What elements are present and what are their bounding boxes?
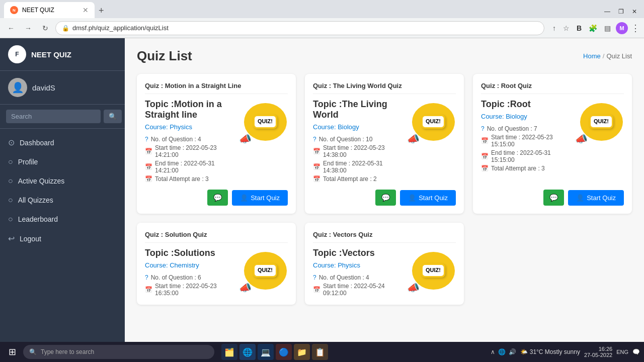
active-tab[interactable]: N NEET QUIZ ✕ [4, 2, 95, 18]
sidebar-item-all-quizzes[interactable]: ○ All Quizzes [0, 191, 125, 210]
calendar-icon-3a: 📅 [481, 137, 489, 144]
tray-time: 16:26 27-05-2022 [584, 346, 612, 358]
maximize-button[interactable]: ❐ [615, 7, 627, 16]
quiz-2-circle: QUIZ! 📣 [412, 103, 455, 141]
forward-button[interactable]: → [21, 21, 35, 35]
taskbar-app-file[interactable]: 📁 [294, 344, 310, 360]
sidebar-item-dashboard[interactable]: ⊙ Dashboard [0, 133, 125, 152]
browser-menu-button[interactable]: ⋮ [631, 23, 640, 34]
taskbar-apps: 🗂️ 🌐 💻 🔵 📁 📋 [221, 344, 328, 360]
breadcrumb-current: Quiz List [606, 52, 632, 60]
bookmark-button[interactable]: ☆ [561, 22, 572, 34]
quiz-3-badge: QUIZ! [589, 115, 613, 128]
quiz-2-questions: ? No. of Question : 10 [313, 136, 406, 143]
sidebar-search-button[interactable]: 🔍 [104, 110, 122, 123]
quiz-3-course-value: Biology [506, 113, 527, 120]
sidebar-navigation: ⊙ Dashboard ○ Profile ○ Active Quizzes ○… [0, 129, 125, 342]
quiz-3-start-button[interactable]: 👤 Start Quiz [568, 190, 624, 206]
tray-network-icon[interactable]: 🌐 [498, 348, 506, 355]
lock-icon: 🔒 [62, 25, 69, 32]
quiz-card-2-footer: 💬 👤 Start Quiz [313, 190, 456, 206]
sidebar-label-profile: Profile [18, 158, 38, 166]
leaderboard-icon: ○ [8, 215, 13, 224]
quiz-1-start-text: Start time : 2022-05-23 14:21:00 [155, 144, 237, 158]
url-bar[interactable]: 🔒 dmsf.ph/quiz_application/quizList [55, 21, 544, 35]
quiz-card-2: Quiz : The Living World Quiz Topic :The … [305, 74, 464, 214]
taskbar-app-vscode[interactable]: 💻 [258, 344, 274, 360]
taskbar-app-explorer[interactable]: 🗂️ [221, 344, 237, 360]
sidebar-item-logout[interactable]: ↩ Logout [0, 229, 125, 248]
sidebar-item-active-quizzes[interactable]: ○ Active Quizzes [0, 171, 125, 191]
tray-chevron-icon[interactable]: ∧ [491, 348, 495, 355]
quiz-5-questions-text: No. of Question : 4 [319, 274, 369, 281]
tab-favicon: N [10, 6, 18, 14]
quiz-label-5: QUIZ! [426, 267, 441, 274]
puzzle-icon[interactable]: 🧩 [587, 22, 599, 34]
quiz-1-badge: QUIZ! [253, 115, 277, 128]
quiz-3-start-text: Start time : 2022-05-23 15:15:00 [491, 134, 574, 148]
quiz-3-start-label: Start Quiz [587, 194, 616, 202]
quiz-1-start: 📅 Start time : 2022-05-23 14:21:00 [145, 144, 237, 158]
quiz-5-course-label: Course: [313, 261, 336, 269]
quiz-1-course-value: Physics [170, 123, 192, 131]
quiz-5-topic: Topic :Vectors [313, 248, 406, 258]
quiz-1-start-button[interactable]: 👤 Start Quiz [232, 190, 288, 206]
extension-button[interactable]: B [575, 22, 584, 34]
quiz-card-5-info: Topic :Vectors Course: Physics ? No. of … [313, 248, 406, 297]
taskbar-tray: ∧ 🌐 🔊 🌤️ 31°C Mostly sunny 16:26 27-05-2… [491, 346, 640, 358]
share-button[interactable]: ↑ [550, 22, 558, 34]
quiz-3-course-label: Course: [481, 113, 504, 120]
quiz-2-chat-button[interactable]: 💬 [375, 190, 396, 206]
calendar-icon-5a: 📅 [313, 286, 320, 293]
dashboard-icon: ⊙ [8, 138, 15, 147]
quiz-2-meta: ? No. of Question : 10 📅 Start time : 20… [313, 136, 406, 183]
taskbar-search-icon: 🔍 [29, 348, 37, 355]
quiz-1-topic: Topic :Motion in a Straight line [145, 99, 237, 120]
calendar-icon-1a: 📅 [145, 148, 152, 155]
quiz-4-questions: ? No. of Question : 6 [145, 274, 237, 281]
taskbar-search[interactable]: 🔍 Type here to search [23, 345, 214, 359]
quiz-2-course: Course: Biology [313, 123, 406, 131]
taskbar-app-edge[interactable]: 🌐 [239, 344, 256, 360]
quiz-1-chat-button[interactable]: 💬 [207, 190, 228, 206]
tab-close-button[interactable]: ✕ [83, 6, 89, 14]
quiz-4-start: 📅 Start time : 2022-05-23 16:35:00 [145, 283, 237, 297]
quiz-4-start-text: Start time : 2022-05-23 16:35:00 [155, 283, 237, 297]
quiz-3-chat-button[interactable]: 💬 [543, 190, 564, 206]
main-content: Quiz List Home / Quiz List Quiz : Motion… [125, 38, 644, 342]
start-button[interactable]: ⊞ [4, 344, 20, 360]
address-bar-actions: ↑ ☆ B 🧩 ▤ M ⋮ [550, 22, 640, 34]
quiz-2-start: 📅 Start time : 2022-05-23 14:38:00 [313, 144, 406, 158]
question-icon-5: ? [313, 274, 316, 281]
minimize-button[interactable]: — [601, 7, 613, 16]
quiz-2-course-label: Course: [313, 123, 336, 131]
close-window-button[interactable]: ✕ [629, 7, 640, 16]
breadcrumb-home-link[interactable]: Home [583, 52, 601, 60]
start-icon-3: 👤 [576, 194, 584, 202]
sidebar-search-input[interactable] [6, 110, 101, 123]
quiz-4-course: Course: Chemistry [145, 261, 237, 269]
reload-button[interactable]: ↻ [38, 21, 52, 35]
tray-icons: ∧ 🌐 🔊 [491, 348, 516, 355]
quiz-card-1-footer: 💬 👤 Start Quiz [145, 190, 288, 206]
tray-speaker-icon[interactable]: 🔊 [509, 348, 516, 355]
user-section: 👤 davidS [0, 71, 125, 105]
active-quizzes-icon: ○ [8, 176, 13, 186]
quiz-card-2-info: Topic :The Living World Course: Biology … [313, 99, 406, 183]
quiz-4-questions-text: No. of Question : 6 [151, 274, 201, 281]
sidebar-item-profile[interactable]: ○ Profile [0, 152, 125, 171]
taskbar-app-chrome[interactable]: 🔵 [276, 344, 292, 360]
notification-icon[interactable]: 🗨️ [632, 348, 640, 355]
taskbar-app-folder[interactable]: 📋 [312, 344, 328, 360]
new-tab-button[interactable]: + [95, 4, 108, 18]
quiz-3-start: 📅 Start time : 2022-05-23 15:15:00 [481, 134, 574, 148]
calendar-icon-3b: 📅 [481, 153, 489, 160]
sidebar-item-leaderboard[interactable]: ○ Leaderboard [0, 210, 125, 229]
profile-icon: ○ [8, 157, 13, 166]
back-button[interactable]: ← [4, 21, 18, 35]
sidebar-icon[interactable]: ▤ [602, 22, 613, 34]
quiz-2-start-text: Start time : 2022-05-23 14:38:00 [323, 144, 406, 158]
user-name: davidS [32, 83, 55, 92]
browser-profile[interactable]: M [616, 22, 628, 34]
quiz-2-start-button[interactable]: 👤 Start Quiz [400, 190, 456, 206]
